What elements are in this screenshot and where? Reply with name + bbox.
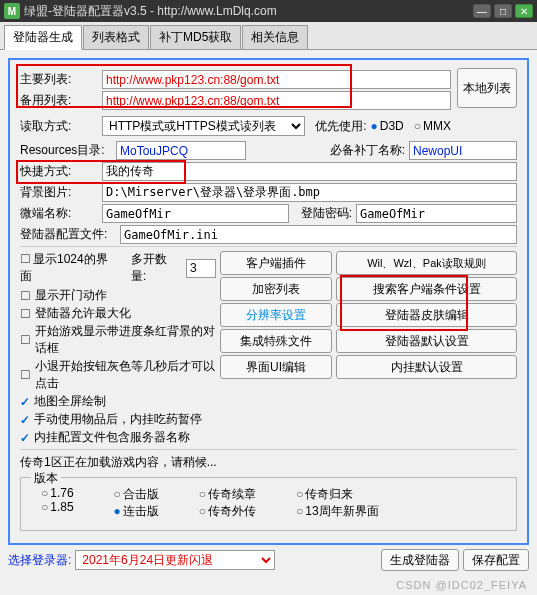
select-login-dropdown[interactable]: 2021年6月24日更新闪退 — [75, 550, 275, 570]
login-pwd-label: 登陆密码: — [293, 205, 352, 222]
skin-edit-button[interactable]: 登陆器皮肤编辑 — [336, 303, 517, 327]
bg-image-label: 背景图片: — [20, 184, 98, 201]
titlebar: M 绿盟-登陆器配置器v3.5 - http://www.LmDlq.com —… — [0, 0, 537, 22]
save-config-button[interactable]: 保存配置 — [463, 549, 529, 571]
config-file-input[interactable] — [120, 225, 517, 244]
version-legend: 版本 — [31, 470, 61, 487]
chk-allow-max[interactable]: 登陆器允许最大化 — [20, 305, 216, 322]
radio-lianji[interactable]: 连击版 — [114, 503, 159, 520]
close-button[interactable]: ✕ — [515, 4, 533, 18]
priority-label: 优先使用: — [315, 118, 366, 135]
generate-button[interactable]: 生成登陆器 — [381, 549, 459, 571]
bg-image-input[interactable] — [102, 183, 517, 202]
radio-13anni[interactable]: 13周年新界面 — [296, 503, 379, 520]
tab-list-format[interactable]: 列表格式 — [83, 25, 149, 49]
res-dir-label: Resources目录: — [20, 142, 112, 159]
checkbox-column: 显示1024的界面 多开数量: 显示开门动作 登陆器允许最大化 开始游戏显示带进… — [20, 249, 216, 447]
chk-include-server[interactable]: 内挂配置文件包含服务器名称 — [20, 429, 216, 446]
chk-show-open[interactable]: 显示开门动作 — [20, 287, 216, 304]
radio-v185[interactable]: 1.85 — [41, 500, 74, 514]
multi-open-label: 多开数量: — [131, 251, 182, 285]
inner-default-button[interactable]: 内挂默认设置 — [336, 355, 517, 379]
radio-v176[interactable]: 1.76 — [41, 486, 74, 500]
shortcut-label: 快捷方式: — [20, 163, 98, 180]
local-list-button[interactable]: 本地列表 — [457, 68, 517, 108]
chk-auto-use[interactable]: 手动使用物品后，内挂吃药暂停 — [20, 411, 216, 428]
ui-edit-button[interactable]: 界面UI编辑 — [220, 355, 332, 379]
tab-info[interactable]: 相关信息 — [242, 25, 308, 49]
login-pwd-input[interactable] — [356, 204, 517, 223]
chk-fullscreen[interactable]: 地图全屏绘制 — [20, 393, 216, 410]
integrate-button[interactable]: 集成特殊文件 — [220, 329, 332, 353]
shortcut-input[interactable] — [102, 162, 517, 181]
app-logo: M — [4, 3, 20, 19]
radio-waichuan[interactable]: 传奇外传 — [199, 503, 256, 520]
res-dir-input[interactable] — [116, 141, 246, 160]
encrypt-list-button[interactable]: 加密列表 — [220, 277, 332, 301]
micro-name-label: 微端名称: — [20, 205, 98, 222]
radio-mmx[interactable]: MMX — [414, 119, 451, 133]
select-login-label: 选择登录器: — [8, 552, 71, 569]
search-client-button[interactable]: 搜索客户端条件设置 — [336, 277, 517, 301]
main-list-input[interactable] — [102, 70, 451, 89]
micro-name-input[interactable] — [102, 204, 289, 223]
config-file-label: 登陆器配置文件: — [20, 226, 116, 243]
content-area: 主要列表: 备用列表: 读取方式: HTTP模式或HTTPS模式读列表 优先使用… — [0, 50, 537, 581]
read-mode-select[interactable]: HTTP模式或HTTPS模式读列表 — [102, 116, 305, 136]
main-group: 主要列表: 备用列表: 读取方式: HTTP模式或HTTPS模式读列表 优先使用… — [8, 58, 529, 545]
watermark: CSDN @IDC02_FEIYA — [396, 579, 527, 591]
minimize-button[interactable]: — — [473, 4, 491, 18]
tab-md5[interactable]: 补丁MD5获取 — [150, 25, 241, 49]
chk-red-bg[interactable]: 开始游戏显示带进度条红背景的对话框 — [20, 323, 216, 357]
backup-list-label: 备用列表: — [20, 92, 98, 109]
maximize-button[interactable]: □ — [494, 4, 512, 18]
tab-generate[interactable]: 登陆器生成 — [4, 25, 82, 50]
default-login-button[interactable]: 登陆器默认设置 — [336, 329, 517, 353]
chk-gray-btn[interactable]: 小退开始按钮灰色等几秒后才可以点击 — [20, 358, 216, 392]
main-list-label: 主要列表: — [20, 71, 98, 88]
tab-bar: 登陆器生成 列表格式 补丁MD5获取 相关信息 — [0, 22, 537, 50]
resolution-button[interactable]: 分辨率设置 — [220, 303, 332, 327]
radio-xuzhang[interactable]: 传奇续章 — [199, 486, 256, 503]
window-title: 绿盟-登陆器配置器v3.5 - http://www.LmDlq.com — [24, 3, 470, 20]
radio-guilai[interactable]: 传奇归来 — [296, 486, 379, 503]
radio-d3d[interactable]: D3D — [370, 119, 403, 133]
status-text: 传奇1区正在加载游戏内容，请稍候... — [20, 452, 517, 473]
chk-show1024[interactable]: 显示1024的界面 — [20, 251, 119, 285]
patch-name-input[interactable] — [409, 141, 517, 160]
wil-rule-button[interactable]: Wil、Wzl、Pak读取规则 — [336, 251, 517, 275]
backup-list-input[interactable] — [102, 91, 451, 110]
patch-name-label: 必备补丁名称: — [330, 142, 405, 159]
radio-combo[interactable]: 合击版 — [114, 486, 159, 503]
client-plugin-button[interactable]: 客户端插件 — [220, 251, 332, 275]
read-mode-label: 读取方式: — [20, 118, 98, 135]
multi-open-input[interactable] — [186, 259, 216, 278]
